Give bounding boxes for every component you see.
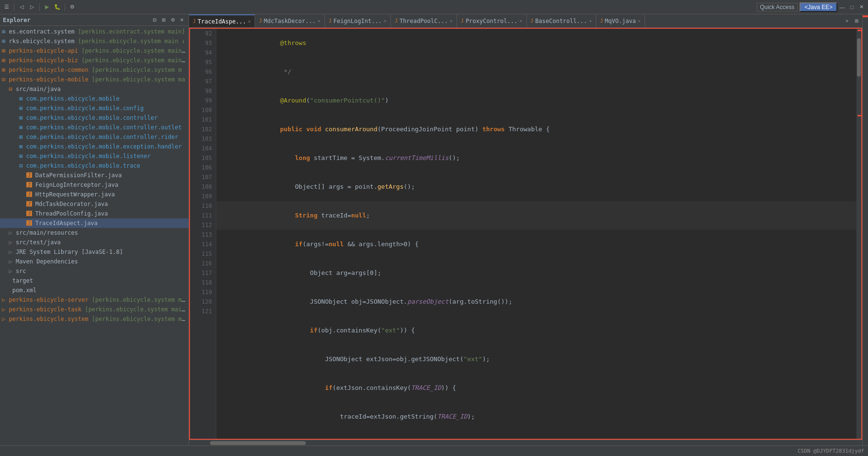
tab-BaseControll[interactable]: J BaseControll... ✕ [527, 14, 596, 27]
tab-ThreadPoolC[interactable]: J ThreadPoolC... ✕ [391, 14, 457, 27]
tree-item-MdcTaskDecorator[interactable]: 🅹 MdcTaskDecorator.java [0, 199, 189, 209]
tree-item-pkg-config[interactable]: ⊞ com.perkins.ebicycle.mobile.config [0, 103, 189, 113]
sep2 [39, 3, 40, 11]
sidebar-collapse-btn[interactable]: ⊟ [151, 16, 158, 24]
code-line-93: */ [216, 57, 857, 86]
tab-TraceIdAspect[interactable]: J TraceIdAspe... ✕ [189, 14, 255, 27]
tab-close-7[interactable]: ✕ [638, 18, 641, 23]
quick-access-btn[interactable]: Quick Access [757, 3, 798, 11]
toolbar-maximize-btn[interactable]: □ [847, 2, 857, 12]
tree-item-target[interactable]: target [0, 276, 189, 285]
tab-ProxyControl[interactable]: J ProxyControl... ✕ [457, 14, 526, 27]
code-editor[interactable]: 92 93 94 95 96 97 98 99 100 101 102 103 … [189, 28, 862, 440]
toolbar-menu-btn[interactable]: ☰ [2, 2, 11, 12]
tab-icon-3: J [329, 18, 332, 23]
tree-item-common[interactable]: ⊞ perkins-ebicycle-common [perkins.ebicy… [0, 65, 189, 75]
tab-MdcTaskDecorator[interactable]: J MdcTaskDecor... ✕ [255, 14, 324, 27]
code-line-94: @Around("consumerPointcut()") [216, 86, 857, 115]
tree-item-ebicycle-system[interactable]: ▷ perkins.ebicycle.system [perkins.ebicy… [0, 314, 189, 324]
tree-item-src-test-java[interactable]: ▷ src/test/java [0, 238, 189, 247]
java-icon4: 🅹 [26, 201, 35, 207]
tree-item-src[interactable]: ▷ src [0, 266, 189, 276]
code-line-98: String traceId=null; [216, 201, 857, 230]
tree-item-src-main-resources[interactable]: ▷ src/main/resources [0, 228, 189, 238]
tree-item-pkg-exception[interactable]: ⊞ com.perkins.ebicycle.mobile.exception.… [0, 142, 189, 151]
tab-label-1: TraceIdAspe... [198, 18, 246, 25]
tree-item-maven[interactable]: ▷ Maven Dependencies [0, 257, 189, 266]
sidebar-expand-btn[interactable]: ⊞ [160, 16, 167, 24]
tree-item-FeignLogInterceptor[interactable]: 🅹 FeignLogInterceptor.java [0, 180, 189, 190]
toolbar-run-btn[interactable]: ▶ [42, 2, 52, 12]
code-line-101: JSONObject obj=JSONObject.parseObject(ar… [216, 287, 857, 316]
toolbar-close-btn[interactable]: ✕ [857, 2, 866, 12]
toolbar-debug-btn[interactable]: 🐛 [53, 2, 62, 12]
tree-item-jre[interactable]: ▷ JRE System Library [JavaSE-1.8] [0, 247, 189, 257]
tree-item-pkg-mobile[interactable]: ⊞ com.perkins.ebicycle.mobile [0, 94, 189, 103]
tab-overflow-btn[interactable]: » [843, 17, 851, 25]
tree-item-task[interactable]: ▷ perkins-ebicycle-task [perkins.ebicycl… [0, 305, 189, 314]
tree-spacer5 [2, 134, 16, 140]
pkg-icon7: ⊞ [19, 153, 26, 160]
code-content[interactable]: @throws */ @Around("consumerPointcut()")… [216, 29, 857, 439]
tree-item-pkg-listener[interactable]: ⊞ com.perkins.ebicycle.mobile.listener [0, 151, 189, 161]
tree-item-pkg-trace[interactable]: ⊟ com.perkins.ebicycle.mobile.trace [0, 161, 189, 171]
tab-close-6[interactable]: ✕ [589, 18, 592, 23]
pkg-icon3: ⊞ [19, 114, 26, 121]
tree-icon3: ⊞ [2, 47, 9, 54]
tree-item-pkg-outlet[interactable]: ⊞ com.perkins.ebicycle.mobile.controller… [0, 123, 189, 132]
tree-item-DataPermissionFilter[interactable]: 🅹 DataPermissionFilter.java [0, 171, 189, 180]
java-icon6: 🅹 [26, 220, 35, 227]
pkg-icon: ⊞ [19, 95, 26, 102]
tab-FeignLogInt[interactable]: J FeignLogInt... ✕ [325, 14, 391, 27]
v-scrollbar[interactable] [857, 29, 861, 439]
toolbar-forward-btn[interactable]: ▷ [27, 2, 37, 12]
status-right: CSDN @DJYDFT2831djydf [798, 448, 864, 454]
tree-item-pkg-controller[interactable]: ⊞ com.perkins.ebicycle.mobile.controller [0, 113, 189, 123]
tab-MqVO[interactable]: J MqVO.java ✕ [596, 14, 645, 27]
tab-label-3: FeignLogInt... [334, 18, 382, 24]
tree-icon15: ▷ [2, 296, 9, 303]
tree-item-server[interactable]: ▷ perkins-ebicycle-server [perkins.ebicy… [0, 295, 189, 305]
tree-item-mobile[interactable]: ⊟ perkins-ebicycle-mobile [perkins.ebicy… [0, 75, 189, 84]
code-line-103: JSONObject extJson=obj.getJSONObject("ex… [216, 345, 857, 374]
toolbar-back-btn[interactable]: ◁ [17, 2, 26, 12]
right-marker-1 [863, 15, 868, 17]
tree-item-TraceIdAspect[interactable]: 🅹 TraceIdAspect.java [0, 218, 189, 228]
sidebar-close-btn[interactable]: ✕ [178, 16, 186, 24]
toolbar-build-btn[interactable]: ⚙ [67, 2, 77, 12]
content-area: Explorer ⊟ ⊞ ⚙ ✕ ⊞ es.econtract.system [… [0, 14, 868, 445]
sidebar-toolbar: ⊟ ⊞ ⚙ ✕ [151, 16, 186, 24]
tree-item-api[interactable]: ⊞ perkins-ebicycle-api [perkins.ebicycle… [0, 46, 189, 56]
tab-split-btn[interactable]: ⊞ [853, 17, 860, 25]
code-line-104: if(extJson.containsKey(TRACE_ID)) { [216, 374, 857, 402]
tab-close-1[interactable]: ✕ [248, 19, 251, 24]
tree-item-rks-ebicycle[interactable]: ⊞ rks.ebicycle.system [perkins.ebicycle.… [0, 36, 189, 46]
tree-item-es-econtract[interactable]: ⊞ es.econtract.system [perkins.econtract… [0, 27, 189, 36]
tab-close-5[interactable]: ✕ [520, 18, 523, 23]
toolbar: ☰ ◁ ▷ ▶ 🐛 ⚙ Quick Access <Java EE> — □ ✕ [0, 0, 868, 14]
h-scrollbar-track[interactable] [191, 441, 860, 445]
tree-icon4: ⊞ [2, 57, 9, 64]
tree-item-src-main-java[interactable]: ⊟ src/main/java [0, 84, 189, 94]
tree-item-HttpRequestWrapper[interactable]: 🅹 HttpRequestWrapper.java [0, 190, 189, 199]
tab-icon-6: J [531, 18, 534, 23]
code-line-96: long startTime = System.currentTimeMilli… [216, 144, 857, 172]
tree-icon16: ▷ [2, 306, 9, 313]
tree-item-biz[interactable]: ⊞ perkins-ebicycle-biz [perkins.ebicycle… [0, 56, 189, 65]
java-ee-btn[interactable]: <Java EE> [800, 2, 837, 12]
tree-icon13 [2, 277, 9, 284]
code-line-105: traceId=extJson.getString(TRACE_ID); [216, 402, 857, 431]
sep1 [14, 3, 14, 11]
tab-close-4[interactable]: ✕ [450, 18, 453, 23]
tree-item-ThreadPoolConfig[interactable]: 🅹 ThreadPoolConfig.java [0, 209, 189, 218]
tab-close-2[interactable]: ✕ [318, 18, 321, 23]
tree-item-pkg-rider[interactable]: ⊞ com.perkins.ebicycle.mobile.controller… [0, 132, 189, 142]
pkg-icon6: ⊞ [19, 143, 26, 150]
tree-spacer11 [2, 191, 22, 198]
tree-icon7: ⊟ [2, 86, 16, 92]
tab-label-5: ProxyControl... [466, 18, 517, 24]
tree-item-pom[interactable]: pom.xml [0, 285, 189, 295]
tab-close-3[interactable]: ✕ [384, 18, 387, 23]
sidebar-settings-btn[interactable]: ⚙ [169, 16, 177, 24]
toolbar-minimize-btn[interactable]: — [837, 2, 847, 12]
